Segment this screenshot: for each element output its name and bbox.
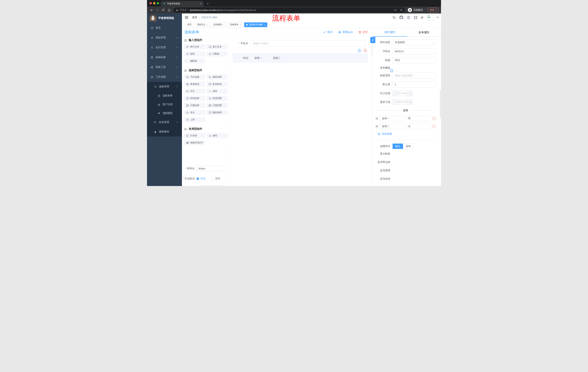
sidebar-item-12[interactable]: 请假查询 bbox=[147, 127, 182, 137]
back-icon[interactable] bbox=[149, 8, 154, 12]
avatar[interactable] bbox=[427, 14, 433, 21]
palette-item[interactable]: 下拉选择 bbox=[184, 74, 205, 80]
status-off-radio[interactable]: 关闭 bbox=[211, 177, 220, 180]
palette-item[interactable]: 级联选择 bbox=[207, 74, 228, 80]
collapse-sidebar-icon[interactable] bbox=[184, 15, 189, 20]
checkbox-icon[interactable] bbox=[269, 57, 272, 59]
tag-close-icon[interactable]: × bbox=[207, 24, 208, 26]
palette-item[interactable]: 密码 bbox=[184, 51, 205, 56]
max-select-value[interactable]: 最多可选 bbox=[398, 99, 407, 105]
save-button[interactable]: 保存 bbox=[323, 30, 333, 34]
palette-item[interactable]: 123计数器 bbox=[207, 51, 228, 56]
min-select-value[interactable]: 至少应选 bbox=[398, 91, 407, 96]
browser-menu-icon[interactable] bbox=[436, 9, 437, 11]
sidebar-item-11[interactable]: 任务管理 bbox=[147, 117, 182, 127]
form-canvas[interactable]: *手机号 *性别 选项一 选项二 bbox=[230, 36, 373, 186]
browser-update-button[interactable]: 更新 bbox=[428, 8, 439, 12]
sidebar-logo[interactable]: 芋道管理系统 bbox=[147, 13, 182, 22]
option-1-label-input[interactable] bbox=[382, 117, 403, 120]
palette-item[interactable]: 上传 bbox=[184, 117, 205, 122]
palette-item[interactable]: 多行文本 bbox=[207, 44, 228, 49]
minimize-window-button[interactable] bbox=[153, 2, 155, 4]
remark-textarea[interactable] bbox=[197, 186, 223, 186]
palette-item[interactable]: 编辑器 bbox=[184, 58, 205, 64]
sidebar-item-5[interactable]: 研发工具 bbox=[147, 62, 182, 72]
avatar-caret-icon[interactable] bbox=[437, 17, 439, 18]
palette-item[interactable]: 滑块 bbox=[207, 89, 228, 94]
tag-close-icon[interactable]: × bbox=[240, 24, 241, 26]
new-tab-button[interactable]: + bbox=[206, 1, 210, 6]
increase-button[interactable]: + bbox=[407, 91, 413, 96]
gender-option-1[interactable]: 选项一 bbox=[250, 56, 262, 60]
title-input[interactable] bbox=[395, 59, 433, 62]
tab-component-props[interactable]: 组件属性 bbox=[373, 28, 407, 37]
sidebar-item-8[interactable]: 流程表单 bbox=[147, 91, 182, 100]
panel-link-handle[interactable] bbox=[370, 37, 375, 43]
palette-item[interactable]: 开关 bbox=[184, 89, 205, 94]
palette-item[interactable]: 日期范围 bbox=[207, 103, 228, 108]
clear-button[interactable]: 清空 bbox=[358, 30, 368, 34]
security-warning-icon[interactable] bbox=[176, 9, 178, 11]
canvas-field-gender-selected[interactable]: *性别 选项一 选项二 bbox=[232, 53, 368, 63]
tag-2[interactable]: 流程定义× bbox=[195, 22, 210, 27]
palette-item[interactable]: 评分 bbox=[184, 110, 205, 115]
breadcrumb-home[interactable]: 首页 bbox=[192, 16, 197, 19]
drag-handle-icon[interactable] bbox=[375, 117, 378, 120]
palette-item[interactable]: 时间选择 bbox=[184, 96, 205, 101]
key-icon[interactable] bbox=[394, 9, 397, 11]
checkbox-icon[interactable] bbox=[250, 57, 253, 59]
remove-option-button[interactable] bbox=[432, 117, 436, 120]
palette-item[interactable]: 颜色选择 bbox=[207, 110, 228, 115]
tab-close-icon[interactable]: ✕ bbox=[200, 2, 202, 5]
option-2-value-input[interactable] bbox=[408, 125, 429, 128]
palette-item[interactable]: 单行文本 bbox=[184, 44, 205, 49]
default-value-input[interactable] bbox=[395, 83, 433, 86]
slider-handle[interactable] bbox=[390, 69, 393, 72]
tag-4[interactable]: 流程表单× bbox=[228, 22, 243, 27]
add-option-button[interactable]: 添加选项 bbox=[378, 132, 436, 136]
sidebar-item-7[interactable]: 流程管理 bbox=[147, 82, 182, 91]
palette-item[interactable]: 多选框组 bbox=[207, 82, 228, 87]
font-size-icon[interactable]: tT bbox=[421, 16, 423, 19]
view-json-button[interactable]: 查看json bbox=[338, 30, 353, 34]
sidebar-item-9[interactable]: 用户分组 bbox=[147, 100, 182, 109]
sidebar-item-6[interactable]: 工作流程 bbox=[147, 72, 182, 82]
phone-input[interactable] bbox=[250, 40, 366, 47]
palette-item[interactable]: 按钮 bbox=[207, 133, 228, 138]
tag-close-icon[interactable]: × bbox=[264, 24, 265, 26]
style-default-button[interactable]: 默认 bbox=[393, 144, 403, 149]
tab-form-props[interactable]: 表单属性 bbox=[407, 28, 441, 37]
sidebar-item-2[interactable]: 系统管理 bbox=[147, 33, 182, 43]
panel-scrollbar[interactable] bbox=[440, 90, 441, 117]
tag-5[interactable]: 流程表单-编辑× bbox=[244, 22, 267, 27]
palette-item[interactable]: 日期选择 bbox=[184, 103, 205, 108]
gender-option-2[interactable]: 选项二 bbox=[269, 56, 281, 60]
form-name-input[interactable] bbox=[199, 167, 221, 170]
fullscreen-icon[interactable] bbox=[414, 16, 417, 19]
label-width-input[interactable] bbox=[395, 74, 433, 77]
decrease-button[interactable]: − bbox=[393, 91, 398, 96]
palette-item[interactable]: 时间范围 bbox=[207, 96, 228, 101]
option-1-value-input[interactable] bbox=[408, 117, 429, 120]
search-icon[interactable] bbox=[392, 16, 396, 19]
remove-option-button[interactable] bbox=[432, 125, 436, 128]
browser-tab[interactable]: 芋道管理系统 ✕ bbox=[161, 1, 204, 7]
palette-item[interactable]: 表格[开发中] bbox=[184, 140, 205, 145]
github-icon[interactable] bbox=[399, 16, 403, 19]
status-on-radio[interactable]: 开启 bbox=[197, 177, 205, 180]
increase-button[interactable]: + bbox=[407, 99, 413, 105]
close-window-button[interactable] bbox=[149, 2, 152, 4]
sidebar-item-3[interactable]: 支付管理 bbox=[147, 43, 182, 53]
drag-handle-icon[interactable] bbox=[375, 125, 378, 128]
palette-item[interactable]: 行容器 bbox=[184, 133, 205, 138]
style-button-button[interactable]: 按钮 bbox=[403, 144, 413, 149]
field-name-input[interactable] bbox=[395, 50, 433, 53]
reload-icon[interactable] bbox=[161, 8, 166, 12]
copy-component-button[interactable] bbox=[357, 49, 361, 53]
delete-component-button[interactable] bbox=[363, 49, 367, 53]
tag-3[interactable]: 流程模型× bbox=[211, 22, 226, 27]
palette-item[interactable]: 单选框组 bbox=[184, 82, 205, 87]
url-text[interactable]: dashboard.yudao.iocoder.cn/bpm/manager/f… bbox=[190, 9, 391, 11]
sidebar-item-1[interactable]: 首页 bbox=[147, 23, 182, 33]
tag-close-icon[interactable]: × bbox=[223, 24, 224, 26]
